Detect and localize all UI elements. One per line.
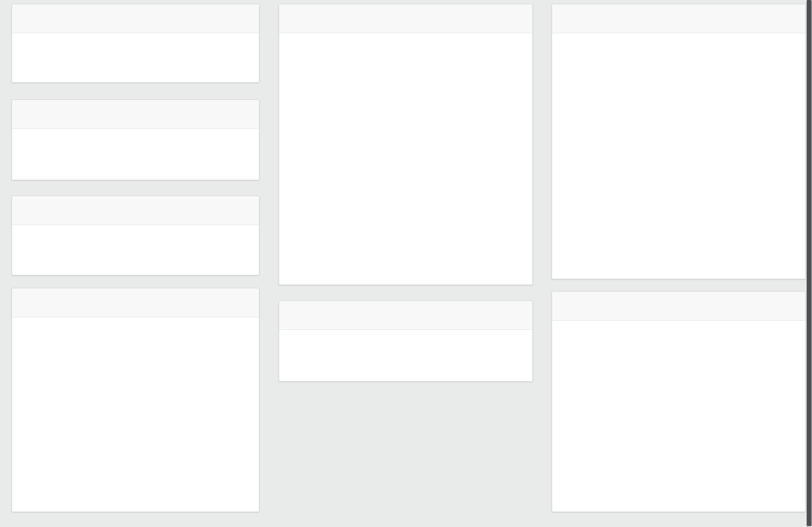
stat-body bbox=[279, 330, 532, 381]
compare-15days-chart[interactable] bbox=[12, 288, 259, 512]
panel-e1-trend-chart bbox=[552, 291, 806, 512]
realtime-donut-chart[interactable] bbox=[279, 4, 532, 285]
status-circle-up-icon bbox=[76, 142, 103, 169]
status-circle-icon bbox=[75, 46, 101, 72]
panel-realtime-donut bbox=[279, 4, 533, 285]
e1-trend-chart[interactable] bbox=[552, 292, 805, 512]
panel-yesterday-lights bbox=[552, 4, 806, 279]
panel-day-gap bbox=[12, 100, 259, 180]
panel-month-usage bbox=[12, 196, 259, 275]
panel-compare-15days-chart bbox=[12, 288, 259, 512]
panel-header bbox=[12, 196, 259, 225]
status-circle-icon bbox=[411, 342, 438, 369]
stat-body bbox=[12, 225, 259, 275]
scrollbar[interactable] bbox=[806, 0, 812, 527]
panel-header bbox=[12, 4, 259, 33]
panel-header bbox=[552, 4, 805, 33]
panel-today-estimate bbox=[279, 300, 533, 382]
scrollbar-thumb[interactable] bbox=[807, 0, 812, 526]
panel-header bbox=[12, 100, 259, 129]
status-circle-down-icon bbox=[76, 236, 103, 263]
stat-body bbox=[12, 33, 259, 82]
panel-header bbox=[279, 301, 532, 330]
stat-body bbox=[12, 129, 259, 180]
panel-yesterday-usage bbox=[12, 4, 259, 83]
dashboard bbox=[0, 0, 812, 527]
